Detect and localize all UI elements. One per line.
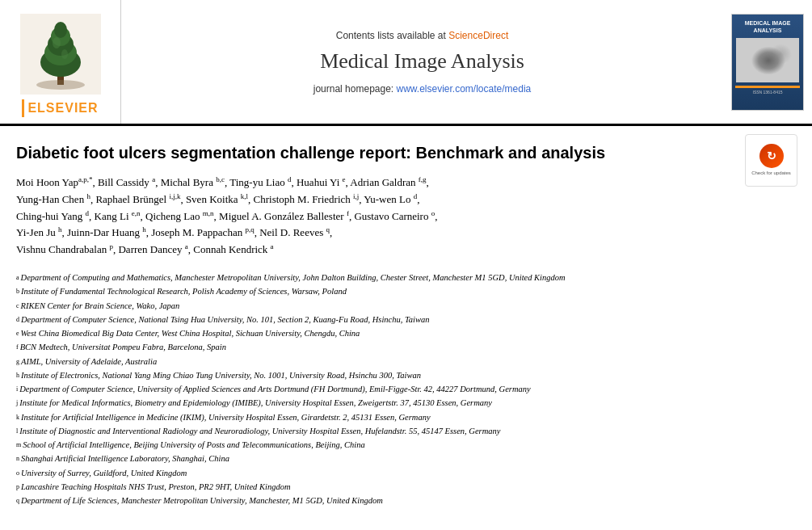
first-author-sup: a,p,* (78, 175, 93, 183)
check-updates-badge[interactable]: ↻ Check for updates (745, 134, 797, 187)
author-yunghan-chen: Yung-Han Chen h (16, 193, 90, 205)
reeves-sup: q (326, 225, 330, 233)
affiliation-row: eWest China Biomedical Big Data Center, … (16, 327, 679, 340)
svg-point-9 (61, 49, 68, 59)
affiliation-row: kInstitute for Artificial Intelligence i… (16, 411, 679, 424)
author-neil-reeves: Neil D. Reeves q (259, 226, 330, 238)
svg-point-8 (53, 37, 61, 48)
sciencedirect-link[interactable]: ScienceDirect (448, 30, 508, 41)
yang-sup: d (86, 208, 90, 217)
author-tingyu-liao: Ting-yu Liao d (229, 176, 291, 188)
elsevier-tree-image (20, 14, 101, 95)
check-updates-container: ↻ Check for updates (745, 134, 797, 187)
thumb-scan-image (736, 38, 799, 82)
paper-title: Diabetic foot ulcers segmentation challe… (16, 142, 679, 163)
affiliation-row: qDepartment of Life Sciences, Manchester… (16, 494, 679, 507)
affil-text: BCN Medtech, Universitat Pompeu Fabra, B… (20, 341, 679, 354)
cassidy-sup: a (152, 175, 155, 183)
affil-text: Institute for Medical Informatics, Biome… (19, 397, 679, 410)
galdran-sup: f,g (419, 175, 427, 183)
affiliation-row: iDepartment of Computer Science, Univers… (16, 383, 679, 396)
author-gustavo-carneiro: Gustavo Carneiro o (354, 210, 435, 222)
author-yuwen-lo: Yu-wen Lo d (364, 193, 417, 205)
affiliation-row: oUniversity of Surrey, Guildford, United… (16, 467, 679, 480)
journal-header: ELSEVIER Contents lists available at Sci… (0, 0, 812, 125)
affil-text: Lancashire Teaching Hospitals NHS Trust,… (21, 481, 679, 494)
elsevier-brand: ELSEVIER (22, 99, 98, 117)
kendrick-sup: a (271, 242, 274, 250)
affil-text: Department of Computer Science, National… (21, 313, 679, 326)
dancey-sup: a (185, 242, 188, 250)
affiliation-row: hInstitute of Electronics, National Yang… (16, 369, 679, 382)
affiliation-row: pLancashire Teaching Hospitals NHS Trust… (16, 481, 679, 494)
first-author: Moi Hoon Yapa,p,* (16, 176, 92, 188)
main-content: Diabetic foot ulcers segmentation challe… (0, 126, 703, 525)
author-raphael-brungel: Raphael Brüngel i,j,k (95, 193, 180, 205)
elsevier-text: ELSEVIER (27, 101, 98, 116)
author-huahui-yi: Huahui Yi e (297, 176, 346, 188)
homepage-link[interactable]: www.elsevier.com/locate/media (397, 83, 532, 95)
thumb-scan-gradient (736, 38, 799, 82)
liao-sup: d (288, 175, 292, 183)
author-sven-koitka: Sven Koitka k,l (186, 193, 248, 205)
author-darren-dancey: Darren Dancey a (118, 243, 187, 255)
pappachan-sup: p,q (245, 225, 254, 233)
author-qicheng-lao: Qicheng Lao m,n (145, 210, 214, 222)
koitka-sup: k,l (241, 191, 248, 200)
affiliation-row: cRIKEN Center for Brain Science, Wako, J… (16, 300, 679, 313)
thumb-bottom: ISSN 1361-8415 (735, 86, 800, 95)
homepage-line: journal homepage: www.elsevier.com/locat… (313, 83, 531, 95)
check-updates-circle: ↻ (759, 144, 784, 168)
thumb-title-text: MEDICAL IMAGE ANALYSIS (735, 19, 800, 34)
author-vishnu-chandrabalan: Vishnu Chandrabalan p (16, 243, 113, 255)
author-christoph-friedrich: Christoph M. Friedrich i,j (254, 193, 360, 205)
affil-text: Institute for Artificial Intelligence in… (21, 411, 679, 424)
author-adrian-galdran: Adrian Galdran f,g (350, 176, 426, 188)
affil-text: School of Artificial Intelligence, Beiji… (23, 439, 679, 452)
byra-sup: b,c (216, 175, 225, 183)
author-joseph-pappachan: Joseph M. Pappachan p,q (151, 226, 255, 238)
kangli-sup: e,n (132, 208, 141, 217)
affil-text: Institute of Diagnostic and Intervention… (19, 425, 679, 438)
svg-point-7 (54, 22, 67, 38)
check-updates-arrow-icon: ↻ (767, 149, 776, 163)
lao-sup: m,n (203, 208, 214, 217)
friedrich-sup: i,j (353, 191, 359, 200)
contents-prefix: Contents lists available at (336, 30, 446, 41)
thumb-bottom-bar (735, 86, 800, 88)
elsevier-bar-icon (22, 99, 24, 117)
check-updates-text: Check for updates (751, 170, 791, 177)
affiliations-block: aDepartment of Computing and Mathematics… (16, 271, 679, 508)
homepage-prefix: journal homepage: (313, 83, 393, 95)
author-chinghui-yang: Ching-hui Yang d (16, 210, 89, 222)
carneiro-sup: o (431, 208, 435, 217)
affiliation-row: dDepartment of Computer Science, Nationa… (16, 313, 679, 326)
affil-text: Shanghai Artificial Intelligence Laborat… (21, 452, 679, 465)
author-bill-cassidy: Bill Cassidy a (98, 176, 155, 188)
author-kang-li: Kang Li e,n (95, 210, 141, 222)
affiliation-row: mSchool of Artificial Intelligence, Beij… (16, 439, 679, 452)
thumb-bottom-text: ISSN 1361-8415 (735, 90, 800, 95)
affil-text: Institute of Fundamental Technological R… (21, 285, 679, 298)
contents-available-line: Contents lists available at ScienceDirec… (336, 30, 508, 41)
affil-text: Department of Computer Science, Universi… (19, 383, 679, 396)
journal-thumbnail: MEDICAL IMAGE ANALYSIS ISSN 1361-8415 (723, 0, 812, 124)
gonzalez-sup: f (347, 208, 349, 217)
chen-sup: h (86, 191, 90, 200)
author-michal-byra: Michal Byra b,c (161, 176, 225, 188)
affiliation-row: lInstitute of Diagnostic and Interventio… (16, 425, 679, 438)
affil-text: Department of Computing and Mathematics,… (21, 271, 679, 284)
affil-text: AIML, University of Adelaide, Australia (21, 355, 679, 368)
author-juinndar-huang: Juinn-Dar Huang h (67, 226, 146, 238)
affiliation-row: gAIML, University of Adelaide, Australia (16, 355, 679, 368)
yi-sup: e (343, 175, 346, 183)
affil-text: RIKEN Center for Brain Science, Wako, Ja… (21, 300, 679, 313)
huang-sup: h (142, 225, 146, 233)
affiliation-row: fBCN Medtech, Universitat Pompeu Fabra, … (16, 341, 679, 354)
author-yijen-ju: Yi-Jen Ju h (16, 226, 62, 238)
affil-text: Institute of Electronics, National Yang … (21, 369, 679, 382)
brungel-sup: i,j,k (169, 191, 180, 200)
affiliation-row: jInstitute for Medical Informatics, Biom… (16, 397, 679, 410)
author-miguel-gonzalez: Miguel A. González Ballester f (219, 210, 349, 222)
lo-sup: d (414, 191, 418, 200)
